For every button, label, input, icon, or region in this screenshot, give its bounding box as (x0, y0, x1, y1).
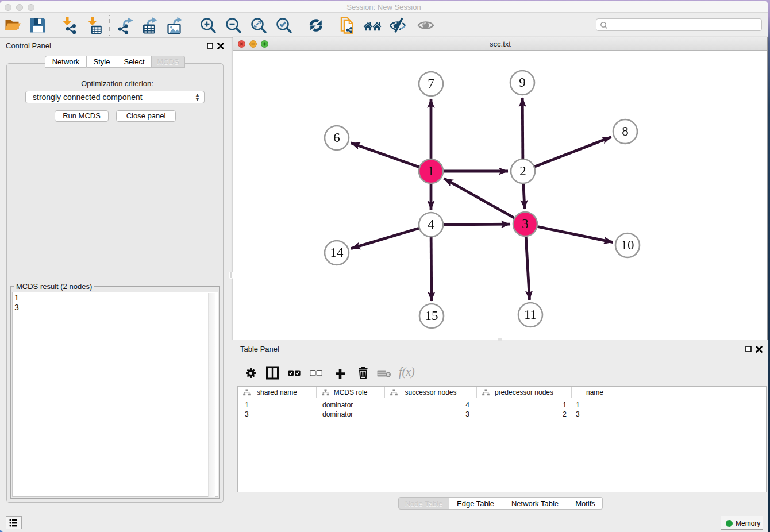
svg-text:11: 11 (524, 307, 537, 322)
svg-text:7: 7 (428, 76, 434, 91)
svg-text:15: 15 (425, 309, 438, 323)
svg-text:4: 4 (428, 217, 434, 232)
svg-text:10: 10 (621, 238, 634, 252)
svg-text:14: 14 (330, 245, 344, 260)
svg-text:9: 9 (519, 75, 526, 90)
svg-text:1: 1 (428, 164, 434, 178)
svg-text:2: 2 (519, 164, 526, 178)
svg-text:8: 8 (622, 124, 629, 138)
svg-text:3: 3 (522, 217, 529, 231)
svg-text:6: 6 (333, 130, 340, 145)
